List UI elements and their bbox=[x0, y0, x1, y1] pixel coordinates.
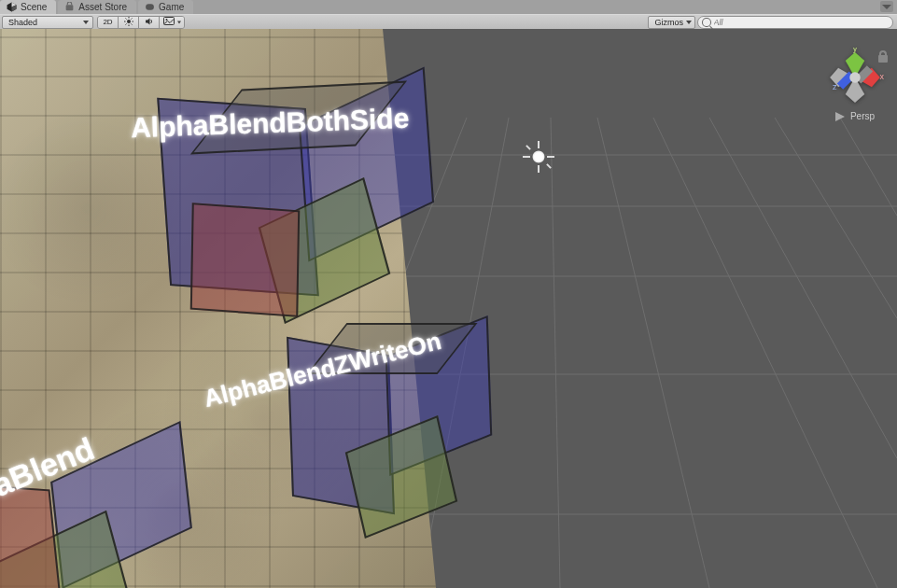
svg-line-22 bbox=[775, 118, 897, 318]
cube-alphablendbothside[interactable] bbox=[163, 85, 434, 337]
tab-asset-store[interactable]: Asset Store bbox=[58, 0, 136, 14]
svg-point-35 bbox=[849, 72, 861, 83]
search-icon bbox=[702, 18, 711, 27]
shading-mode-value: Shaded bbox=[8, 18, 37, 27]
svg-line-23 bbox=[840, 118, 897, 216]
svg-line-21 bbox=[709, 118, 897, 458]
toggle-lighting[interactable] bbox=[119, 17, 139, 28]
cube-alphablend[interactable] bbox=[0, 430, 224, 588]
svg-rect-3 bbox=[66, 5, 74, 10]
editor-tab-bar: Scene Asset Store Game bbox=[0, 0, 897, 14]
svg-line-10 bbox=[131, 23, 132, 24]
axis-y-label: y bbox=[853, 48, 858, 53]
svg-line-12 bbox=[125, 23, 126, 24]
view-orientation-gizmo[interactable]: y x z Persp bbox=[822, 48, 888, 132]
game-icon bbox=[144, 2, 155, 13]
unity-logo-icon bbox=[6, 2, 17, 13]
sound-icon bbox=[145, 17, 154, 28]
fx-icon bbox=[163, 17, 175, 27]
svg-line-9 bbox=[125, 18, 126, 19]
axis-z-label: z bbox=[833, 82, 837, 91]
search-input[interactable] bbox=[714, 18, 888, 27]
scene-viewport[interactable]: y x z Persp AlphaBlendBothSide AlphaBlen… bbox=[0, 29, 897, 588]
persp-icon bbox=[835, 112, 847, 121]
tab-label: Game bbox=[159, 0, 184, 14]
tab-label: Scene bbox=[21, 0, 47, 14]
hierarchy-search[interactable] bbox=[697, 16, 893, 29]
projection-mode-label: Persp bbox=[850, 111, 875, 121]
gizmos-dropdown[interactable]: Gizmos bbox=[648, 16, 695, 29]
svg-rect-14 bbox=[164, 18, 175, 25]
svg-line-11 bbox=[131, 18, 132, 19]
tab-label: Asset Store bbox=[78, 0, 127, 14]
svg-point-15 bbox=[166, 19, 168, 21]
svg-point-4 bbox=[127, 20, 131, 23]
sun-icon bbox=[124, 17, 133, 28]
tab-game[interactable]: Game bbox=[138, 0, 193, 14]
view-toggles: 2D bbox=[97, 16, 185, 29]
tab-strip-background bbox=[195, 0, 897, 14]
gizmos-label: Gizmos bbox=[654, 18, 683, 27]
toggle-fx[interactable] bbox=[160, 17, 184, 28]
shading-mode-dropdown[interactable]: Shaded bbox=[2, 16, 93, 29]
svg-marker-13 bbox=[146, 18, 150, 24]
svg-line-18 bbox=[551, 118, 560, 588]
panel-options-button[interactable] bbox=[880, 1, 893, 12]
axis-x-label: x bbox=[880, 72, 885, 81]
svg-line-19 bbox=[597, 118, 709, 588]
cube-alphablendzwriteon[interactable] bbox=[289, 318, 504, 552]
toggle-2d[interactable]: 2D bbox=[98, 17, 119, 28]
assetstore-icon bbox=[63, 2, 75, 13]
scene-toolbar: Shaded 2D Gizmos bbox=[0, 14, 897, 29]
toggle-audio[interactable] bbox=[139, 17, 160, 28]
tab-scene[interactable]: Scene bbox=[0, 0, 56, 14]
directional-light-gizmo[interactable] bbox=[523, 141, 554, 173]
svg-line-20 bbox=[653, 118, 877, 588]
